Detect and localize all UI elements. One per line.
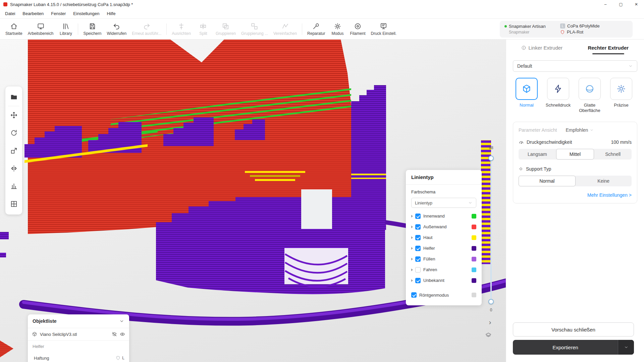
toolbar-arbeitsbereich-button[interactable]: Arbeitsbereich — [25, 22, 56, 36]
minimize-button[interactable]: – — [598, 0, 613, 9]
checkbox[interactable] — [415, 256, 421, 262]
speed-option-schnell[interactable]: Schnell — [594, 149, 632, 160]
menu-einstellungen[interactable]: Einstellungen — [69, 11, 103, 16]
parameter-view-dropdown[interactable]: Empfohlen — [566, 127, 594, 133]
profile-glatte-oberflaeche[interactable]: Glatte Oberfläche — [576, 78, 603, 113]
line-type-row-unbekannt[interactable]: Unbekannt — [411, 276, 476, 285]
export-button[interactable]: Exportieren — [513, 340, 634, 355]
scale-tool-button[interactable] — [5, 142, 22, 160]
color-scheme-label: Farbschema — [411, 189, 476, 194]
toolbar-filament-button[interactable]: Filament — [347, 22, 368, 36]
rotate-tool-button[interactable] — [5, 124, 22, 142]
folder-open-icon — [10, 93, 18, 101]
color-swatch — [472, 278, 476, 283]
toolbar-startseite-button[interactable]: Startseite — [3, 22, 25, 36]
toolbar-modus-button[interactable]: Modus — [328, 22, 347, 36]
undo-icon — [113, 22, 120, 30]
line-type-row-innenwand[interactable]: Innenwand — [411, 211, 476, 221]
mirror-tool-button[interactable] — [5, 160, 22, 177]
checkbox[interactable] — [411, 292, 417, 298]
toolbar-speichern-button[interactable]: Speichern — [80, 22, 104, 36]
close-preview-button[interactable]: Vorschau schließen — [513, 322, 634, 337]
object-list-header[interactable]: Objektliste — [28, 314, 129, 328]
checkbox[interactable] — [415, 278, 421, 283]
layer-slider-handle-top[interactable] — [488, 156, 494, 161]
menu-bearbeiten[interactable]: Bearbeiten — [19, 11, 47, 16]
checkbox[interactable] — [415, 224, 421, 230]
color-scheme-select[interactable]: Linientyp — [411, 198, 476, 208]
layers-view-button[interactable] — [485, 332, 492, 340]
more-settings-link[interactable]: Mehr Einstellungen > — [519, 192, 632, 198]
toolbar-library-button[interactable]: Library — [56, 22, 75, 36]
machine-info-box[interactable]: Snapmaker Artisan Snapmaker LCoPa 6PolyM… — [500, 21, 633, 38]
xray-mode-row[interactable]: Röntgenmodus — [411, 290, 476, 300]
group-icon — [222, 22, 229, 30]
profile-normal[interactable]: Normal — [513, 78, 540, 113]
export-dropdown-arrow[interactable] — [618, 340, 634, 355]
support-option-normal[interactable]: Normal — [519, 176, 576, 186]
menu-hilfe[interactable]: Hilfe — [103, 11, 119, 16]
checkbox[interactable] — [415, 267, 421, 273]
workspace-icon — [37, 22, 45, 30]
line-type-row-fahren[interactable]: Fahren — [411, 265, 476, 275]
helper-row-haftung[interactable]: Haftung L — [28, 352, 129, 362]
toolbar-widerrufen-button[interactable]: Widerrufen — [104, 22, 129, 36]
expand-arrow-icon[interactable] — [411, 236, 413, 239]
save-icon — [89, 22, 96, 30]
expand-arrow-icon[interactable] — [411, 279, 413, 282]
support-type-icon — [519, 167, 523, 171]
toolbar-ausrichten-button: Ausrichten — [169, 22, 194, 36]
maximize-button[interactable]: ▢ — [613, 0, 629, 9]
support-tool-button[interactable] — [5, 177, 22, 195]
toolbar-reparatur-button[interactable]: Reparatur — [305, 22, 328, 36]
exclude-supports-icon[interactable] — [112, 331, 117, 337]
speed-option-langsam[interactable]: Langsam — [519, 149, 556, 160]
open-file-button[interactable] — [5, 88, 22, 106]
color-swatch — [472, 235, 476, 240]
color-swatch — [472, 267, 476, 272]
expand-arrow-icon[interactable] — [411, 226, 413, 228]
line-type-row-fuellen[interactable]: Füllen — [411, 254, 476, 264]
color-swatch — [472, 246, 476, 251]
expand-arrow-icon[interactable] — [411, 268, 413, 271]
filament-icon — [354, 22, 362, 30]
profile-schnelldruck[interactable]: Schnelldruck — [544, 78, 572, 113]
line-type-row-helfer[interactable]: Helfer — [411, 243, 476, 253]
menu-datei[interactable]: Datei — [1, 11, 19, 16]
support-option-keine[interactable]: Keine — [576, 176, 632, 186]
tab-linker-extruder[interactable]: Linker Extruder — [509, 40, 575, 56]
layer-slider-handle-bottom[interactable] — [488, 299, 494, 304]
layer-slider-track[interactable] — [490, 158, 492, 301]
toolbar-gruppieren-button: Gruppieren — [213, 22, 238, 36]
mesh-edit-tool-button[interactable] — [5, 195, 22, 213]
line-type-row-haut[interactable]: Haut — [411, 233, 476, 242]
close-button[interactable]: ✕ — [629, 0, 644, 9]
3d-viewport[interactable]: Objektliste Viano SeilclipV3.stl Helfer … — [0, 40, 506, 362]
machine-subtitle: Snapmaker — [504, 30, 557, 35]
profile-select-dropdown[interactable]: Default — [513, 60, 637, 72]
layers-icon — [485, 332, 492, 339]
speed-segmented-control: Langsam Mittel Schnell — [519, 149, 632, 160]
expand-arrow-icon[interactable] — [411, 247, 413, 250]
tab-rechter-extruder[interactable]: Rechter Extruder — [575, 40, 642, 56]
expand-arrow-icon[interactable] — [411, 215, 413, 218]
menu-fenster[interactable]: Fenster — [47, 11, 69, 16]
visibility-eye-icon[interactable] — [120, 331, 125, 337]
checkbox[interactable] — [415, 246, 421, 251]
speed-option-mittel[interactable]: Mittel — [556, 149, 594, 160]
expand-arrow-icon[interactable] — [411, 258, 413, 260]
tool-sidebar — [5, 86, 22, 215]
move-tool-button[interactable] — [5, 106, 22, 124]
object-list-item[interactable]: Viano SeilclipV3.stl — [28, 328, 129, 341]
right-material: PLA-Rot — [567, 29, 583, 35]
home-icon — [10, 22, 18, 30]
gear-icon — [334, 22, 341, 30]
left-extruder-badge: L — [560, 23, 565, 28]
toolbar-druck-einstellungen-button[interactable]: Druck Einstell. — [368, 22, 399, 36]
repair-icon — [312, 22, 320, 30]
line-type-row-aussenwand[interactable]: Außenwand — [411, 222, 476, 232]
checkbox[interactable] — [415, 214, 421, 219]
collapse-panel-chevron[interactable]: › — [486, 318, 494, 326]
checkbox[interactable] — [415, 235, 421, 240]
profile-praezise[interactable]: Präzise — [607, 78, 635, 113]
